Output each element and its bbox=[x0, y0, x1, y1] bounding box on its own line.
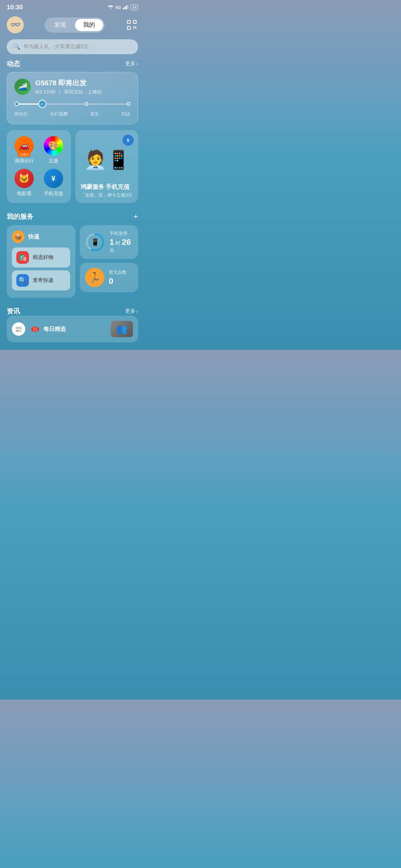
status-bar: 10:30 5G 34 bbox=[0, 0, 145, 13]
svg-rect-3 bbox=[126, 6, 127, 9]
signal-bars-icon bbox=[123, 5, 129, 10]
stats-cards: 📱 手机使用 1 时 26 分 🏃 暂无步数 0 bbox=[80, 225, 138, 298]
trip-logo: 🚄 bbox=[14, 79, 31, 95]
status-time: 10:30 bbox=[7, 4, 23, 11]
topup-icon: ¥ bbox=[44, 169, 63, 188]
news-chevron-icon: › bbox=[136, 308, 138, 314]
app-theme[interactable]: 🎨 主题 bbox=[42, 136, 65, 164]
trip-info: G5678 即将出发 8/3 13:00 | 深圳北站 - 上海站 bbox=[35, 78, 102, 95]
sub-service-goods[interactable]: 🛍️ 精选好物 bbox=[12, 247, 70, 267]
my-services-title: 我的服务 bbox=[7, 212, 33, 221]
search-placeholder: 华为新人礼，火车票立减5元 bbox=[23, 43, 89, 50]
svg-rect-5 bbox=[127, 20, 130, 23]
header: 👓 发现 我的 bbox=[0, 13, 145, 38]
tab-my[interactable]: 我的 bbox=[75, 19, 103, 31]
run-icon: 🏃 bbox=[85, 268, 104, 287]
svg-rect-10 bbox=[133, 28, 134, 29]
dynamic-section-header: 动态 更多 › bbox=[0, 59, 145, 72]
svg-rect-7 bbox=[127, 26, 130, 29]
news-card-container: 📰 11 每日精选 👥 bbox=[0, 316, 145, 350]
goods-label: 精选好物 bbox=[33, 254, 53, 261]
trip-train-no: G5678 即将出发 bbox=[35, 78, 102, 88]
express-card[interactable]: 📦 快递 🛍️ 精选好物 🔍 查寄快递 bbox=[7, 225, 75, 298]
svg-rect-4 bbox=[127, 5, 128, 9]
svg-rect-9 bbox=[135, 26, 136, 27]
svg-point-0 bbox=[110, 8, 111, 9]
express-header: 📦 快递 bbox=[12, 230, 70, 243]
news-title: 资讯 bbox=[7, 307, 20, 316]
promo-illustration: 🧑‍💼📱 bbox=[81, 139, 133, 180]
svg-rect-8 bbox=[133, 26, 134, 27]
my-services-header: 我的服务 + bbox=[0, 209, 145, 225]
step-check-1: ✓ bbox=[38, 100, 46, 108]
dynamic-more[interactable]: 更多 › bbox=[125, 60, 138, 67]
promo-card[interactable]: ¥ 🧑‍💼📱 鸿蒙服务 手机充值 「发现」页，绑卡立减3元 bbox=[75, 130, 138, 203]
tab-discover[interactable]: 发现 bbox=[46, 19, 74, 31]
app-topup[interactable]: ¥ 手机充值 bbox=[42, 169, 65, 197]
trip-progress: ✓ bbox=[14, 100, 130, 108]
scan-button[interactable] bbox=[125, 19, 138, 31]
news-thumbnail: 👥 bbox=[111, 321, 133, 337]
steps-label: 暂无步数 bbox=[109, 269, 127, 276]
promo-title: 鸿蒙服务 手机充值 bbox=[81, 183, 133, 191]
theme-label: 主题 bbox=[49, 158, 58, 164]
svg-rect-6 bbox=[133, 20, 136, 23]
svg-rect-2 bbox=[124, 7, 125, 9]
signal-5g-icon: 5G bbox=[115, 5, 121, 10]
phone-usage-label: 手机使用 bbox=[110, 230, 133, 237]
promo-badge-icon: ¥ bbox=[123, 135, 134, 146]
steps-value: 0 bbox=[109, 276, 127, 286]
search-bar[interactable]: 🔍 华为新人礼，火车票立减5元 bbox=[7, 39, 138, 54]
movie-icon: 🐱 bbox=[14, 169, 34, 188]
goods-icon: 🛍️ bbox=[16, 251, 29, 264]
express-name: 快递 bbox=[28, 233, 39, 240]
track-label: 查寄快递 bbox=[33, 277, 53, 284]
promo-subtitle: 「发现」页，绑卡立减3元 bbox=[81, 192, 133, 198]
nav-tabs: 发现 我的 bbox=[45, 17, 105, 33]
chevron-right-icon: › bbox=[136, 61, 138, 67]
battery-icon: 34 bbox=[131, 4, 138, 10]
trip-progress-labels: 待出行 出行提醒 发车 到达 bbox=[14, 111, 130, 117]
service-cards: 📦 快递 🛍️ 精选好物 🔍 查寄快递 📱 手机使用 bbox=[0, 225, 145, 298]
news-app-icon: 📰 bbox=[12, 322, 25, 336]
express-icon: 📦 bbox=[12, 230, 25, 243]
news-section-header: 资讯 更多 › bbox=[0, 304, 145, 316]
add-service-button[interactable]: + bbox=[133, 212, 138, 221]
trip-route: 8/3 13:00 | 深圳北站 - 上海站 bbox=[35, 89, 102, 95]
step-dot-3 bbox=[127, 102, 130, 106]
quick-apps-grid: 🚗 立减12 滴滴出行 🎨 主题 🐱 电影票 ¥ 手机充值 bbox=[7, 130, 71, 203]
theme-icon: 🎨 bbox=[44, 136, 63, 155]
app-movie[interactable]: 🐱 电影票 bbox=[13, 169, 36, 197]
phone-usage-value: 1 时 26 分 bbox=[110, 237, 133, 254]
step-dot-2 bbox=[85, 102, 88, 106]
steps-card[interactable]: 🏃 暂无步数 0 bbox=[80, 263, 138, 292]
phone-inner-icon: 📱 bbox=[91, 238, 99, 246]
step-label-3: 到达 bbox=[121, 111, 130, 117]
news-more[interactable]: 更多 › bbox=[125, 308, 138, 315]
phone-usage-card[interactable]: 📱 手机使用 1 时 26 分 bbox=[80, 225, 138, 259]
didi-label: 滴滴出行 bbox=[14, 158, 34, 164]
step-dot-0 bbox=[14, 102, 19, 106]
news-card[interactable]: 📰 11 每日精选 👥 bbox=[7, 316, 138, 342]
svg-rect-11 bbox=[134, 27, 136, 28]
trip-card[interactable]: 🚄 G5678 即将出发 8/3 13:00 | 深圳北站 - 上海站 ✓ 待出… bbox=[7, 72, 138, 124]
step-label-0: 待出行 bbox=[14, 111, 28, 117]
sub-service-track[interactable]: 🔍 查寄快递 bbox=[12, 270, 70, 290]
phone-usage-ring: 📱 bbox=[85, 232, 105, 252]
trip-header: 🚄 G5678 即将出发 8/3 13:00 | 深圳北站 - 上海站 bbox=[14, 78, 130, 95]
movie-label: 电影票 bbox=[17, 190, 32, 197]
track-icon: 🔍 bbox=[16, 274, 29, 287]
search-icon: 🔍 bbox=[13, 43, 20, 50]
svg-rect-12 bbox=[136, 28, 137, 30]
app-didi[interactable]: 🚗 立减12 滴滴出行 bbox=[13, 136, 36, 164]
wifi-icon bbox=[108, 5, 114, 10]
status-icons: 5G 34 bbox=[108, 4, 138, 10]
quick-apps: 🚗 立减12 滴滴出行 🎨 主题 🐱 电影票 ¥ 手机充值 ¥ 🧑‍💼📱 鸿蒙服… bbox=[0, 130, 145, 203]
avatar[interactable]: 👓 bbox=[7, 16, 24, 33]
news-badge: 11 bbox=[31, 327, 39, 332]
news-item-title: 每日精选 bbox=[43, 326, 66, 333]
step-label-2: 发车 bbox=[90, 111, 99, 117]
svg-rect-1 bbox=[123, 8, 124, 9]
dynamic-title: 动态 bbox=[7, 59, 20, 68]
step-label-1: 出行提醒 bbox=[50, 111, 68, 117]
